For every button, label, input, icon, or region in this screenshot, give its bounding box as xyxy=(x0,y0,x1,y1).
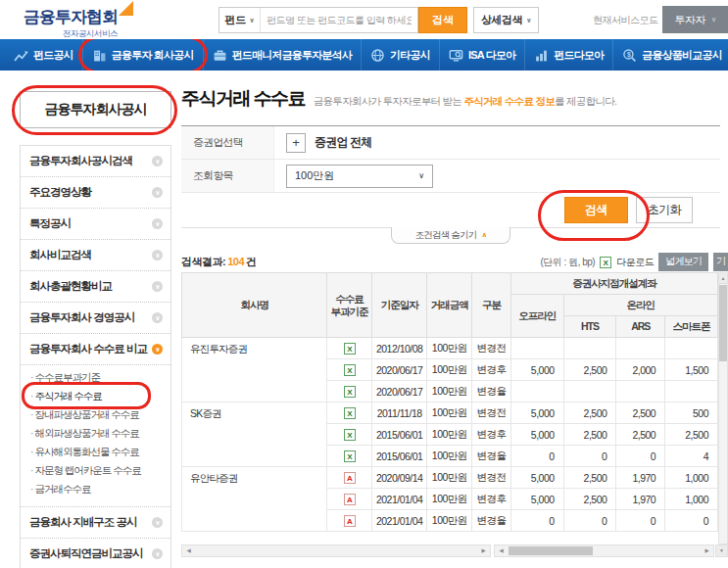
search-category-dropdown[interactable]: 펀드 ∨ xyxy=(219,8,261,32)
advanced-search-button[interactable]: 상세검색 ∨ xyxy=(473,7,539,33)
sidebar-item-9[interactable]: 증권사퇴직연금비교공시∨ xyxy=(21,539,170,568)
sidebar-subitem[interactable]: 자문형 랩어카운트 수수료 xyxy=(21,461,170,480)
search-category-value: 펀드 xyxy=(224,13,246,27)
briefcase-icon xyxy=(213,48,227,63)
search-input[interactable] xyxy=(261,15,417,25)
sidebar-item-8[interactable]: 금융회사 지배구조 공시∨ xyxy=(21,507,170,539)
sidebar-item-4[interactable]: 회사비교검색∨ xyxy=(21,240,170,271)
hts-cell: 2,500 xyxy=(563,359,616,381)
partial-cutoff-button[interactable]: 기 xyxy=(713,253,728,271)
sidebar-item-label: 특정공시 xyxy=(29,216,71,231)
hide-search-conditions-tab[interactable]: 조건검색 숨기기 ∧ xyxy=(391,227,510,244)
nav-item-1[interactable]: 펀드공시 xyxy=(0,39,82,71)
service-mode-button[interactable]: 투자자 ∨ xyxy=(662,6,728,33)
xls-file-icon[interactable] xyxy=(344,386,356,398)
type-cell: 변경율 xyxy=(472,446,511,467)
col-company: 회사명 xyxy=(182,273,327,338)
sidebar-subitem[interactable]: 주식거래 수수료 xyxy=(21,387,170,405)
lookup-item-select[interactable]: 100만원 ∨ xyxy=(286,165,433,188)
search-dollar-icon: $ xyxy=(622,48,637,63)
pdf-file-icon[interactable] xyxy=(344,472,356,484)
vertical-scroll-thumb[interactable] xyxy=(719,285,727,361)
xls-file-icon[interactable] xyxy=(344,429,356,441)
reset-button[interactable]: 초기화 xyxy=(636,197,693,223)
search-button[interactable]: 검색 xyxy=(564,197,628,223)
filter-row-lookup: 조회항목 100만원 ∨ xyxy=(181,160,720,193)
ars-cell: 2,500 xyxy=(616,402,665,424)
pdf-file-icon[interactable] xyxy=(344,515,356,527)
xls-file-icon[interactable] xyxy=(344,450,356,462)
sidebar-subitem[interactable]: 유사해외통화선물 수수료 xyxy=(21,443,170,461)
scroll-up-arrow-icon[interactable]: ▲ xyxy=(719,273,727,284)
sidebar-item-label: 주요경영상황 xyxy=(29,185,91,200)
sidebar-item-2[interactable]: 주요경영상황∨ xyxy=(21,177,170,209)
nav-item-4[interactable]: 기타공시 xyxy=(361,39,439,71)
scroll-left-arrow-icon[interactable]: ◀ xyxy=(495,545,508,556)
col-offline: 오프라인 xyxy=(510,295,563,338)
type-cell: 변경율 xyxy=(472,381,511,402)
sidebar-subitem[interactable]: 수수료부과기준 xyxy=(21,368,170,387)
nav-item-5[interactable]: ISA 다모아 xyxy=(439,39,524,71)
horizontal-scroll-thumb[interactable] xyxy=(509,546,593,555)
sidebar-item-3[interactable]: 특정공시∨ xyxy=(21,209,170,240)
wide-view-button[interactable]: 넓게보기 xyxy=(658,253,708,271)
sidebar-subitem[interactable]: 장내파생상품거래 수수료 xyxy=(21,405,170,424)
logo[interactable]: 금융투자협회 전자공시서비스 xyxy=(24,6,118,40)
date-cell: 2011/11/18 xyxy=(371,402,427,424)
sidebar-subitem[interactable]: 금거래수수료 xyxy=(21,480,170,498)
offline-cell: 0 xyxy=(510,510,563,532)
type-cell: 변경율 xyxy=(472,510,511,532)
lookup-selected-value: 100만원 xyxy=(295,168,334,183)
xls-file-icon[interactable] xyxy=(344,364,356,376)
sidebar-item-7[interactable]: 금융투자회사 수수료 비교∨ xyxy=(21,334,170,365)
smartphone-cell: 1,500 xyxy=(665,359,718,381)
offline-cell: 5,000 xyxy=(510,489,563,510)
building-icon xyxy=(92,48,107,63)
sidebar-subitem[interactable]: 해외파생상품거래 수수료 xyxy=(21,424,170,443)
sidebar-item-5[interactable]: 회사총괄현황비교∨ xyxy=(21,271,170,303)
service-mode-label: 현재서비스모드 xyxy=(593,14,658,27)
xls-file-icon[interactable] xyxy=(344,407,356,419)
sidebar-item-label: 금융투자회사공시검색 xyxy=(29,154,132,168)
result-count-unit: 건 xyxy=(246,256,257,267)
scroll-left-arrow-icon[interactable]: ◀ xyxy=(182,545,195,556)
col-smartphone: 스마트폰 xyxy=(665,316,718,338)
nav-item-2[interactable]: 금융투자 회사공시 xyxy=(82,39,203,71)
filter-buttons-row: 검색 초기화 xyxy=(181,193,720,228)
sidebar-item-6[interactable]: 금융투자회사 경영공시∨ xyxy=(21,303,170,334)
nav-item-label: 펀드다모아 xyxy=(554,48,604,63)
scroll-right-arrow-icon[interactable]: ▶ xyxy=(477,545,490,556)
filter-label: 증권업선택 xyxy=(181,126,274,159)
sidebar-item-label: 증권사퇴직연금비교공시 xyxy=(29,546,143,561)
fee-table: 회사명 수수료 부과기준 기준일자 거래금액 구분 증권사지점개설계좌 오프라인… xyxy=(181,272,718,532)
horizontal-scrollbar-right[interactable]: ◀ ▶ xyxy=(494,544,714,557)
excel-download-icon[interactable] xyxy=(600,257,611,268)
scroll-down-arrow-icon[interactable]: ▼ xyxy=(715,544,728,557)
nav-item-label: 펀드공시 xyxy=(33,48,73,63)
chevron-down-icon: ∨ xyxy=(152,517,163,528)
amount-cell: 100만원 xyxy=(427,424,472,446)
pdf-file-icon[interactable] xyxy=(344,494,356,505)
nav-item-6[interactable]: 펀드다모아 xyxy=(524,39,612,71)
sidebar-item-1[interactable]: 금융투자회사공시검색∨ xyxy=(21,146,170,177)
add-industry-button[interactable]: + xyxy=(286,133,306,153)
page-subtitle-prefix: 금융투자회사가 투자자로부터 받는 xyxy=(314,95,464,107)
nav-item-3[interactable]: 펀드매니저금융투자분석사 xyxy=(203,39,361,71)
chevron-down-icon: ∨ xyxy=(152,548,163,559)
download-link[interactable]: 다운로드 xyxy=(616,256,654,269)
top-search-button[interactable]: 검색 xyxy=(418,7,467,33)
xls-file-icon[interactable] xyxy=(344,343,356,355)
search-filter-box: 증권업선택 + 증권업 전체 조회항목 100만원 ∨ 검색 초기화 xyxy=(181,125,720,228)
nav-item-7[interactable]: $금융상품비교공시 xyxy=(612,39,728,71)
vertical-scrollbar[interactable]: ▲ xyxy=(718,272,728,544)
logo-title: 금융투자협회 xyxy=(24,6,118,28)
chevron-down-icon: ∨ xyxy=(526,17,531,24)
amount-cell: 100만원 xyxy=(427,446,472,467)
date-cell: 2020/06/17 xyxy=(371,381,427,402)
horizontal-scrollbar-left[interactable]: ◀ ▶ xyxy=(181,544,491,557)
scroll-right-arrow-icon[interactable]: ▶ xyxy=(701,545,713,556)
offline-cell: 5,000 xyxy=(510,467,563,489)
hts-cell: 2,500 xyxy=(563,467,616,489)
result-bar: 검색결과:104건 (단위 : 원, bp) 다운로드 넓게보기 기 xyxy=(181,254,728,270)
amount-cell: 100만원 xyxy=(427,467,472,489)
